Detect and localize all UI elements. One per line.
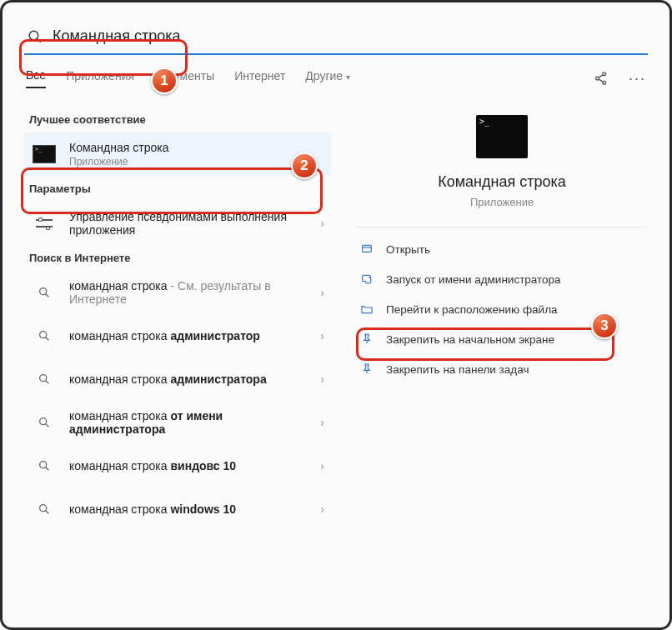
svg-line-10 [46,338,49,341]
chevron-right-icon: › [320,372,324,386]
best-match-header: Лучшее соответствие [24,107,331,132]
action-pin-taskbar[interactable]: Закрепить на панели задач [356,354,648,384]
filter-tabs: Все Приложения Документы Интернет Другие… [24,68,648,95]
start-search-window: Все Приложения Документы Интернет Другие… [0,0,672,630]
search-icon [31,322,58,349]
web-result[interactable]: командная строка - См. результаты в Инте… [24,271,331,314]
action-label: Открыть [386,243,430,256]
more-options-button[interactable]: ··· [629,70,646,88]
settings-result-aliases[interactable]: Управление псевдонимами выполнения прило… [24,202,331,245]
results-panel: Лучшее соответствие Командная строка При… [24,107,331,531]
chevron-right-icon: › [320,329,324,342]
web-result[interactable]: командная строка администратор› [24,314,331,358]
result-subtitle: Приложение [69,156,324,168]
tab-more[interactable]: Другие▾ [305,69,350,88]
svg-line-5 [599,75,603,78]
svg-point-3 [596,77,599,80]
share-icon[interactable] [594,71,609,86]
result-title: командная строка администратора [69,372,315,386]
search-icon [31,452,58,479]
web-result[interactable]: командная строка от имени администратора… [24,401,331,444]
folder-icon [359,302,374,317]
result-title: Командная строка [69,141,324,154]
svg-line-16 [46,468,49,471]
search-bar[interactable] [24,22,648,55]
chevron-right-icon: › [320,416,324,429]
app-icon-large [476,115,528,158]
web-result[interactable]: командная строка windows 10› [24,488,331,531]
divider [356,227,648,228]
svg-point-0 [29,31,38,40]
svg-line-18 [46,511,49,514]
result-title: командная строка windows 10 [69,502,315,516]
svg-point-9 [40,332,47,338]
action-pin-start[interactable]: Закрепить на начальном экране [356,324,648,354]
svg-line-14 [46,424,49,428]
svg-point-7 [40,288,47,295]
chevron-right-icon: › [320,502,324,516]
svg-line-12 [46,381,49,384]
web-result[interactable]: командная строка виндовс 10› [24,444,331,488]
preview-subtitle: Приложение [356,196,648,208]
result-title: командная строка администратор [69,329,315,342]
search-input[interactable] [53,28,644,45]
preview-panel: Командная строка Приложение Открыть Запу… [331,107,648,531]
action-label: Закрепить на начальном экране [386,333,554,346]
pin-icon [359,332,374,347]
svg-point-11 [40,375,47,382]
action-run-as-admin[interactable]: Запуск от имени администратора [356,264,648,294]
svg-point-15 [40,462,47,468]
tab-all[interactable]: Все [26,68,46,88]
web-result[interactable]: командная строка администратора› [24,358,331,401]
svg-line-1 [37,38,41,42]
settings-header: Параметры [24,176,331,202]
web-search-header: Поиск в Интернете [24,245,331,271]
svg-point-17 [40,505,47,512]
action-open[interactable]: Открыть [356,234,648,264]
action-label: Закрепить на панели задач [386,363,529,376]
result-title: командная строка виндовс 10 [69,459,315,472]
search-icon [28,29,43,44]
sliders-icon [31,210,58,237]
svg-line-6 [599,79,603,82]
chevron-down-icon: ▾ [346,72,350,82]
action-label: Перейти к расположению файла [386,303,558,316]
action-label: Запуск от имени администратора [386,273,561,286]
result-title: командная строка от имени администратора [69,409,315,436]
svg-point-2 [603,72,606,76]
preview-title: Командная строка [356,173,648,191]
search-icon [31,279,58,306]
tab-documents[interactable]: Документы [154,69,214,88]
svg-point-4 [603,81,606,84]
shield-icon [359,272,374,287]
search-icon [31,409,58,436]
svg-point-13 [40,418,47,425]
open-icon [359,242,374,257]
result-title: Управление псевдонимами выполнения прило… [69,210,315,237]
action-open-file-location[interactable]: Перейти к расположению файла [356,294,648,324]
tab-apps[interactable]: Приложения [66,69,134,88]
chevron-right-icon: › [320,286,324,299]
svg-rect-19 [363,245,372,252]
result-title: командная строка - См. результаты в Инте… [69,279,315,306]
search-icon [31,366,58,392]
tab-internet[interactable]: Интернет [234,69,285,88]
cmd-icon [31,141,58,168]
chevron-right-icon: › [320,217,324,230]
pin-icon [359,362,374,377]
search-icon [31,496,58,522]
svg-line-8 [46,294,49,298]
chevron-right-icon: › [320,459,324,472]
best-match-result[interactable]: Командная строка Приложение [24,132,331,176]
